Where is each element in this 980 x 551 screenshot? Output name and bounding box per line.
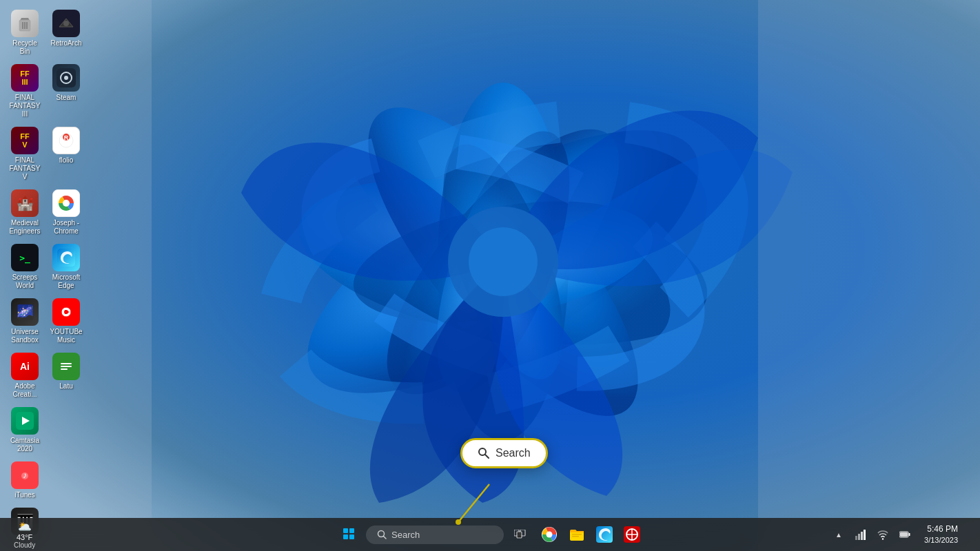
tray-battery-icon[interactable] [895, 525, 915, 544]
taskbar-search-label: Search [391, 530, 420, 540]
taskbar-center: Search [336, 521, 644, 548]
svg-point-12 [469, 227, 538, 296]
svg-rect-74 [900, 532, 908, 537]
clock-date: 3/13/2023 [924, 535, 958, 545]
battery-icon [899, 531, 910, 538]
svg-point-58 [547, 532, 553, 538]
taskbar-search[interactable]: Search [366, 526, 504, 544]
icon-recycle-bin[interactable]: Recycle Bin [6, 7, 44, 59]
icon-medieval-engineers[interactable]: 🏰 Medieval Engineers [6, 187, 44, 238]
task-view-button[interactable] [507, 521, 534, 548]
svg-point-28 [63, 200, 70, 207]
tray-wifi-icon[interactable] [873, 525, 892, 544]
svg-rect-70 [864, 530, 866, 540]
svg-rect-35 [61, 363, 72, 364]
icon-latu[interactable]: Latu [47, 350, 85, 402]
svg-rect-51 [349, 534, 354, 539]
system-tray-icons: ▲ [829, 525, 915, 544]
taskbar-ms-edge[interactable] [592, 522, 617, 547]
svg-rect-29 [57, 249, 75, 267]
svg-rect-50 [343, 534, 348, 539]
start-button[interactable] [336, 521, 363, 548]
svg-line-53 [384, 536, 387, 539]
svg-rect-37 [61, 368, 68, 370]
svg-point-20 [63, 21, 69, 26]
svg-point-23 [64, 76, 68, 80]
icon-camtasia-2020[interactable]: Camtasia 2020 [6, 404, 44, 456]
wifi-icon [877, 529, 888, 540]
taskbar-chrome[interactable] [537, 522, 562, 547]
weather-icon: 🌥️ [18, 520, 32, 533]
weather-condition: Cloudy [14, 541, 35, 549]
icon-adobe[interactable]: Ai Adobe Creati... [6, 350, 44, 402]
svg-text:R: R [64, 134, 69, 141]
svg-rect-73 [909, 533, 910, 536]
taskbar-right: ▲ [829, 521, 972, 548]
weather-widget[interactable]: 🌥️ 43°F Cloudy [8, 519, 41, 550]
svg-point-71 [882, 538, 884, 539]
svg-rect-69 [861, 532, 863, 540]
search-callout-icon [478, 447, 490, 459]
system-clock[interactable]: 5:46 PM 3/13/2023 [920, 522, 962, 547]
taskbar-left: 🌥️ 43°F Cloudy [8, 519, 146, 550]
show-desktop-button[interactable] [968, 521, 972, 548]
network-icon [855, 529, 866, 540]
svg-rect-61 [572, 536, 579, 537]
svg-text:♪: ♪ [23, 470, 27, 480]
icon-steam[interactable]: Steam [47, 61, 85, 121]
icon-joseph-chrome[interactable]: Joseph - Chrome [47, 187, 85, 238]
icon-microsoft-edge[interactable]: Microsoft Edge [47, 241, 85, 293]
icon-retroarch[interactable]: RetroArch [47, 7, 85, 59]
svg-rect-60 [572, 534, 582, 535]
tray-chevron[interactable]: ▲ [829, 525, 848, 544]
svg-rect-14 [758, 0, 980, 551]
icon-final-fantasy-v[interactable]: FFV FINAL FANTASY V [6, 124, 44, 184]
icon-flolio[interactable]: R flolio [47, 124, 85, 184]
taskbar: 🌥️ 43°F Cloudy [0, 518, 980, 551]
weather-temp: 43°F [17, 533, 32, 541]
svg-rect-48 [343, 528, 348, 533]
icon-universe-sandbox[interactable]: 🌌 Universe Sandbox [6, 295, 44, 347]
taskbar-file-explorer[interactable] [564, 522, 589, 547]
search-callout-label: Search [496, 447, 531, 459]
desktop: Recycle Bin RetroArch FFIII FINAL [0, 0, 980, 551]
svg-rect-68 [858, 534, 860, 540]
svg-rect-56 [517, 532, 522, 538]
icon-youtube-music[interactable]: YOUTUBe Music [47, 295, 85, 347]
taskbar-search-icon [377, 530, 387, 540]
start-icon [343, 528, 356, 541]
icon-final-fantasy-iii[interactable]: FFIII FINAL FANTASY III [6, 61, 44, 121]
icon-itunes[interactable]: ♪ iTunes [6, 459, 44, 502]
icon-screeps-world[interactable]: >_ Screeps World [6, 241, 44, 293]
task-view-icon [514, 530, 527, 539]
search-callout: Search [460, 438, 548, 468]
svg-rect-49 [349, 528, 354, 533]
taskbar-another-app[interactable] [620, 522, 644, 547]
svg-rect-67 [855, 536, 857, 540]
svg-rect-36 [61, 366, 72, 367]
tray-network-icon[interactable] [851, 525, 870, 544]
clock-time: 5:46 PM [927, 523, 958, 535]
svg-line-45 [485, 455, 489, 458]
